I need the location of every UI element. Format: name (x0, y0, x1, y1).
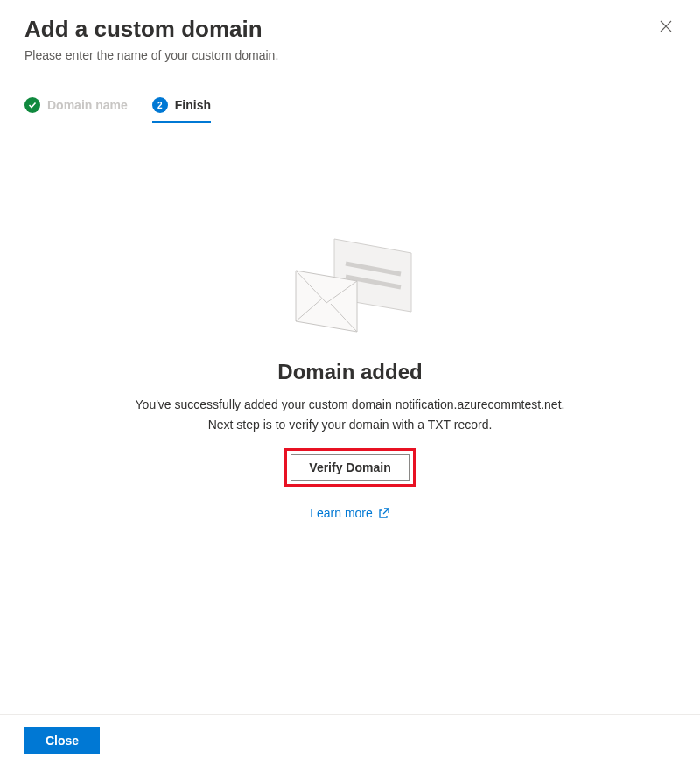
learn-more-link[interactable]: Learn more (310, 506, 390, 520)
verify-domain-button[interactable]: Verify Domain (290, 454, 409, 481)
panel-footer: Close (0, 714, 700, 766)
highlight-annotation: Verify Domain (284, 448, 415, 487)
external-link-icon (378, 507, 390, 519)
step-domain-name[interactable]: Domain name (24, 97, 128, 123)
step-finish[interactable]: 2 Finish (152, 97, 211, 123)
close-button[interactable]: Close (24, 727, 100, 754)
step-label: Domain name (47, 98, 128, 112)
close-icon[interactable] (656, 16, 676, 39)
success-heading: Domain added (277, 360, 422, 384)
wizard-steps: Domain name 2 Finish (24, 97, 676, 123)
svg-line-4 (383, 509, 388, 514)
envelope-illustration (280, 228, 420, 342)
panel-subtitle: Please enter the name of your custom dom… (24, 48, 278, 62)
checkmark-icon (24, 97, 40, 113)
step-number-icon: 2 (152, 97, 168, 113)
step-label: Finish (175, 98, 211, 112)
success-message: You've successfully added your custom do… (136, 395, 565, 434)
panel-title: Add a custom domain (24, 16, 278, 43)
